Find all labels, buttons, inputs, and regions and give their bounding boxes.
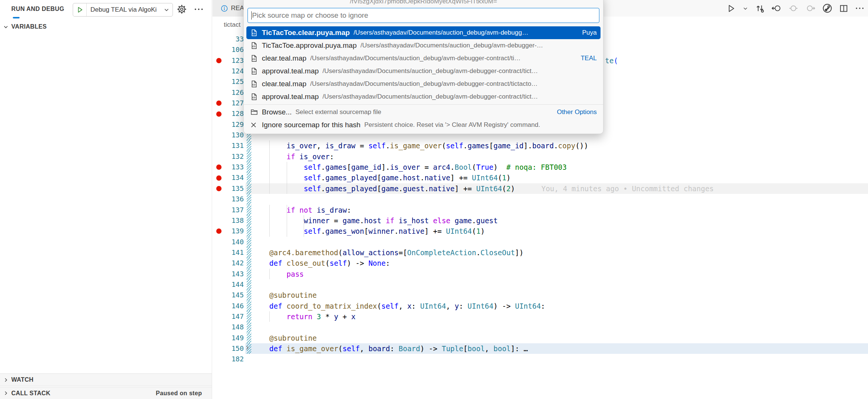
code-text[interactable]: pass (251, 269, 868, 279)
code-text[interactable]: is_over, is_draw = self.is_game_over(sel… (251, 140, 868, 151)
breakpoint-icon[interactable] (216, 101, 222, 106)
code-text[interactable]: self.games_played[game.guest.native] += … (251, 183, 868, 194)
split-editor-icon[interactable] (839, 4, 848, 13)
quickpick-item-2[interactable]: clear.teal.map/Users/asthayadav/Document… (246, 52, 601, 65)
code-line-148[interactable]: 148 (212, 322, 868, 332)
line-number[interactable]: 124 (225, 66, 244, 76)
line-number[interactable]: 130 (225, 130, 244, 140)
line-number[interactable]: 127 (225, 98, 244, 108)
run-button[interactable] (727, 4, 735, 13)
line-number[interactable]: 134 (225, 172, 244, 183)
code-line-146[interactable]: 146 def coord_to_matrix_index(self, x: U… (212, 301, 868, 311)
line-number[interactable]: 142 (225, 258, 244, 268)
quickpick-item-5[interactable]: approval.teal.map/Users/asthayadav/Docum… (246, 90, 601, 103)
code-line-140[interactable]: 140 (212, 237, 868, 247)
line-number[interactable]: 123 (225, 55, 244, 66)
code-line-142[interactable]: 142 def close_out(self) -> None: (212, 258, 868, 268)
line-number[interactable]: 143 (225, 269, 244, 279)
code-line-145[interactable]: 145 @subroutine (212, 290, 868, 300)
code-text[interactable]: self.games_won[winner.native] += UInt64(… (251, 226, 868, 236)
line-number[interactable]: 132 (225, 151, 244, 162)
watch-section-header[interactable]: WATCH (0, 373, 212, 386)
more-actions-icon[interactable] (855, 5, 864, 11)
breakpoint-icon[interactable] (216, 228, 222, 234)
code-line-143[interactable]: 143 pass (212, 269, 868, 279)
breakpoint-icon[interactable] (216, 186, 222, 191)
code-line-149[interactable]: 149 @subroutine (212, 333, 868, 343)
quickpick-item-1[interactable]: TicTacToe.approval.puya.map/Users/asthay… (246, 39, 601, 52)
quickpick-item-7[interactable]: Ignore sourcemap for this hashPersistent… (246, 119, 601, 131)
code-line-139[interactable]: 139 self.games_won[winner.native] += UIn… (212, 226, 868, 236)
code-text[interactable]: self.games[game_id].is_over = arc4.Bool(… (251, 162, 868, 172)
code-line-141[interactable]: 141 @arc4.baremethod(allow_actions=[OnCo… (212, 247, 868, 258)
line-number[interactable]: 33 (225, 34, 244, 44)
line-number[interactable]: 128 (225, 108, 244, 119)
code-line-135[interactable]: 135 self.games_played[game.guest.native]… (212, 183, 868, 194)
start-debugging-button[interactable] (73, 3, 87, 16)
line-number[interactable]: 140 (225, 237, 244, 247)
breakpoint-icon[interactable] (216, 111, 222, 117)
arrow-swap-icon[interactable] (755, 4, 764, 13)
variables-section-header[interactable]: VARIABLES (0, 20, 212, 33)
breakpoint-gutter[interactable] (212, 186, 225, 191)
fold-chevron-icon[interactable] (244, 345, 250, 351)
breakpoint-gutter[interactable] (212, 58, 225, 63)
quickpick-item-4[interactable]: clear.teal.map/Users/asthayadav/Document… (246, 78, 601, 90)
code-line-147[interactable]: 147 return 3 * y + x (212, 311, 868, 322)
run-to-cursor-icon[interactable] (822, 3, 832, 13)
line-number[interactable]: 125 (225, 76, 244, 87)
quickpick-input[interactable]: Pick source map or choose to ignore (248, 8, 599, 23)
code-text[interactable]: @subroutine (251, 290, 868, 300)
code-line-182[interactable]: 182 (212, 354, 868, 364)
line-number[interactable]: 129 (225, 119, 244, 130)
line-number[interactable]: 182 (225, 354, 244, 364)
breakpoint-gutter[interactable] (212, 101, 225, 106)
line-number[interactable]: 131 (225, 140, 244, 151)
line-number[interactable]: 135 (225, 183, 244, 194)
code-text[interactable]: def is_game_over(self, board: Board) -> … (251, 343, 868, 354)
code-text[interactable]: if not is_draw: (251, 205, 868, 215)
line-number[interactable]: 149 (225, 333, 244, 343)
breakpoint-gutter[interactable] (212, 228, 225, 234)
line-number[interactable]: 148 (225, 322, 244, 332)
code-text[interactable]: winner = game.host if is_host else game.… (251, 215, 868, 226)
code-text[interactable]: def coord_to_matrix_index(self, x: UInt6… (251, 301, 868, 311)
code-line-138[interactable]: 138 winner = game.host if is_host else g… (212, 215, 868, 226)
code-line-144[interactable]: 144 (212, 279, 868, 290)
breakpoint-icon[interactable] (216, 175, 222, 181)
breakpoint-gutter[interactable] (212, 164, 225, 170)
views-more-actions-icon[interactable] (194, 6, 203, 14)
breadcrumb[interactable]: tictact (224, 17, 240, 33)
line-number[interactable]: 137 (225, 205, 244, 215)
line-number[interactable]: 145 (225, 290, 244, 300)
breakpoint-gutter[interactable] (212, 111, 225, 117)
code-line-134[interactable]: 134 self.games_played[game.host.native] … (212, 172, 868, 183)
line-number[interactable]: 106 (225, 44, 244, 55)
code-text[interactable]: def close_out(self) -> None: (251, 258, 868, 268)
breakpoint-icon[interactable] (216, 58, 222, 63)
code-text[interactable]: @arc4.baremethod(allow_actions=[OnComple… (251, 247, 868, 258)
code-line-132[interactable]: 132 if is_over: (212, 151, 868, 162)
run-options-chevron-icon[interactable] (743, 6, 748, 11)
gear-icon[interactable] (177, 5, 186, 15)
code-line-150[interactable]: 150 def is_game_over(self, board: Board)… (212, 343, 868, 354)
code-line-137[interactable]: 137 if not is_draw: (212, 205, 868, 215)
line-number[interactable]: 144 (225, 279, 244, 290)
quickpick-item-0[interactable]: TicTacToe.clear.puya.map/Users/asthayada… (246, 26, 601, 39)
line-number[interactable]: 138 (225, 215, 244, 226)
code-line-131[interactable]: 131 is_over, is_draw = self.is_game_over… (212, 140, 868, 151)
line-number[interactable]: 147 (225, 311, 244, 322)
code-text[interactable]: if is_over: (251, 151, 868, 162)
breakpoint-icon[interactable] (216, 164, 222, 170)
breakpoint-gutter[interactable] (212, 175, 225, 181)
quickpick-item-6[interactable]: Browse...Select external sourcemap fileO… (246, 106, 601, 119)
call-stack-section-header[interactable]: CALL STACK Paused on step (0, 387, 212, 399)
code-line-136[interactable]: 136 (212, 194, 868, 204)
line-number[interactable]: 150 (225, 343, 244, 354)
code-line-133[interactable]: 133 self.games[game_id].is_over = arc4.B… (212, 162, 868, 172)
code-text[interactable]: self.games_played[game.host.native] += U… (251, 172, 868, 183)
line-number[interactable]: 139 (225, 226, 244, 236)
debug-config-select[interactable]: Debug TEAL via AlgoKi (73, 3, 173, 17)
code-text[interactable]: return 3 * y + x (251, 311, 868, 322)
line-number[interactable]: 141 (225, 247, 244, 258)
